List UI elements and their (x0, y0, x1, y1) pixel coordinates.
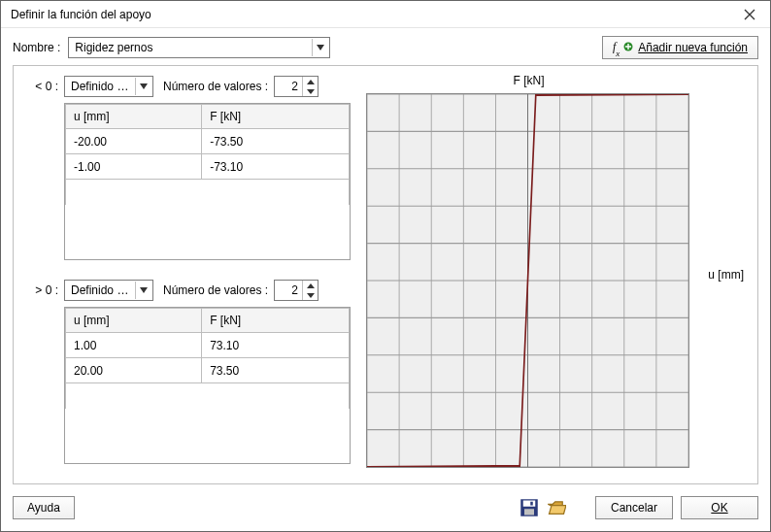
close-button[interactable] (729, 1, 770, 28)
neg-count-spinner[interactable]: 2 (274, 76, 318, 97)
spinner-down-icon[interactable] (303, 290, 318, 300)
neg-section: < 0 : Definido por u Número de valores :… (25, 76, 351, 260)
cell-f[interactable]: 73.50 (202, 358, 350, 383)
ok-button[interactable]: OK (681, 496, 758, 519)
chart-plot-area (366, 93, 689, 468)
spinner-up-icon[interactable] (303, 281, 318, 290)
cell-u[interactable]: -20.00 (66, 129, 202, 154)
chevron-down-icon (135, 78, 151, 95)
close-icon (744, 9, 755, 20)
neg-count-label: Número de valores : (163, 80, 268, 93)
table-row[interactable]: 1.00 73.10 (66, 333, 350, 358)
fx-sub: x (616, 49, 620, 58)
pos-col-f: F [kN] (202, 309, 350, 333)
pos-section: > 0 : Definido por u Número de valores :… (25, 280, 351, 464)
name-row: Nombre : Rigidez pernos fx Añadir nueva … (13, 36, 758, 59)
cell-f[interactable]: -73.10 (202, 154, 350, 180)
chart-column: F [kN] u [mm] (362, 76, 746, 474)
neg-count-value: 2 (275, 77, 302, 96)
pos-prefix: > 0 : (25, 283, 58, 297)
chevron-down-icon (135, 282, 151, 299)
neg-mode-value: Definido por u (71, 80, 135, 93)
neg-table: u [mm] F [kN] -20.00 -73.50 (64, 103, 351, 260)
open-icon-button[interactable] (547, 498, 566, 517)
add-function-button[interactable]: fx Añadir nueva función (602, 36, 758, 59)
titlebar: Definir la función del apoyo (1, 1, 770, 28)
name-label: Nombre : (13, 41, 60, 54)
neg-mode-combo[interactable]: Definido por u (64, 76, 153, 97)
floppy-icon (520, 498, 539, 517)
help-label: Ayuda (27, 501, 60, 515)
neg-prefix: < 0 : (25, 80, 58, 93)
pos-count-label: Número de valores : (163, 283, 268, 297)
pos-count-spinner[interactable]: 2 (274, 280, 318, 301)
add-function-label: Añadir nueva función (638, 41, 748, 54)
neg-col-f: F [kN] (202, 105, 350, 129)
cell-u[interactable]: 20.00 (66, 358, 202, 383)
cell-f[interactable]: -73.50 (202, 129, 350, 154)
save-icon-button[interactable] (520, 498, 539, 517)
fx-icon: fx (613, 40, 632, 55)
pos-mode-value: Definido por u (71, 283, 135, 297)
cell-f[interactable]: 73.10 (202, 333, 350, 358)
spinner-up-icon[interactable] (303, 77, 318, 86)
neg-col-u: u [mm] (66, 105, 202, 129)
main-frame: < 0 : Definido por u Número de valores :… (13, 65, 758, 484)
table-row[interactable]: 20.00 73.50 (66, 358, 350, 383)
pos-mode-combo[interactable]: Definido por u (64, 280, 153, 301)
footer: Ayuda Cancelar OK (1, 492, 770, 531)
chart-title: F [kN] (362, 74, 695, 87)
table-row[interactable]: -20.00 -73.50 (66, 129, 350, 154)
chart: F [kN] u [mm] (362, 76, 746, 474)
svg-rect-26 (524, 509, 534, 515)
svg-rect-25 (523, 501, 536, 507)
window-title: Definir la función del apoyo (11, 8, 729, 21)
chart-xlabel: u [mm] (708, 268, 744, 282)
dialog-body: Nombre : Rigidez pernos fx Añadir nueva … (1, 28, 770, 492)
cell-u[interactable]: -1.00 (66, 154, 202, 180)
folder-open-icon (547, 498, 566, 517)
ok-label: OK (711, 501, 727, 515)
chart-svg (367, 94, 688, 467)
pos-controls-row: > 0 : Definido por u Número de valores :… (25, 280, 351, 301)
pos-count-value: 2 (275, 281, 302, 300)
pos-col-u: u [mm] (66, 309, 202, 333)
name-combo-value: Rigidez pernos (75, 41, 312, 54)
name-combo[interactable]: Rigidez pernos (68, 37, 330, 58)
cell-u[interactable]: 1.00 (66, 333, 202, 358)
help-button[interactable]: Ayuda (13, 496, 75, 519)
left-column: < 0 : Definido por u Número de valores :… (25, 76, 351, 474)
cancel-button[interactable]: Cancelar (595, 496, 673, 519)
dialog-define-support-function: Definir la función del apoyo Nombre : Ri… (0, 0, 771, 532)
table-row[interactable]: -1.00 -73.10 (66, 154, 350, 180)
pos-table: u [mm] F [kN] 1.00 73.10 20. (64, 307, 351, 464)
cancel-label: Cancelar (611, 501, 657, 515)
neg-controls-row: < 0 : Definido por u Número de valores :… (25, 76, 351, 97)
spinner-down-icon[interactable] (303, 86, 318, 96)
svg-rect-27 (530, 502, 533, 506)
chevron-down-icon (312, 39, 327, 56)
